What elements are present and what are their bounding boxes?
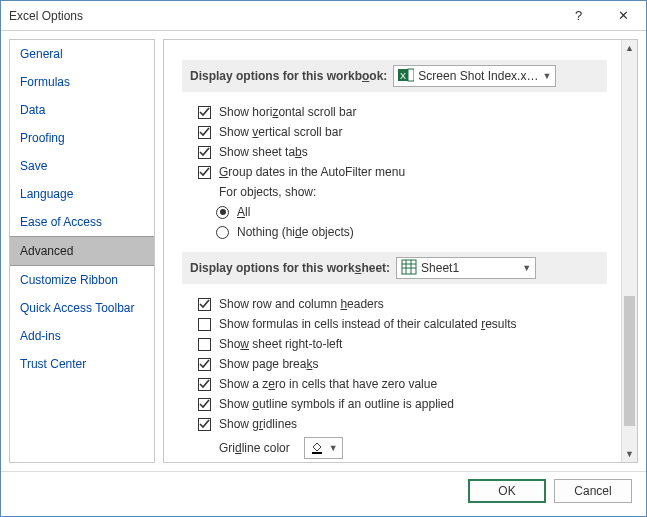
worksheet-display-heading: Display options for this worksheet: Shee… <box>182 252 607 284</box>
workbook-selector[interactable]: X Screen Shot Index.x… ▼ <box>393 65 556 87</box>
excel-file-icon: X <box>398 67 414 86</box>
checkbox-icon <box>198 418 211 431</box>
category-sidebar: General Formulas Data Proofing Save Lang… <box>9 39 155 463</box>
radio-icon <box>216 226 229 239</box>
sidebar-item-add-ins[interactable]: Add-ins <box>10 322 154 350</box>
gridline-color-picker[interactable]: ▼ <box>304 437 343 459</box>
checkbox-group-dates[interactable]: Group dates in the AutoFilter menu <box>198 162 607 182</box>
ok-button[interactable]: OK <box>468 479 546 503</box>
checkbox-vertical-scroll[interactable]: Show vertical scroll bar <box>198 122 607 142</box>
sidebar-item-language[interactable]: Language <box>10 180 154 208</box>
checkbox-icon <box>198 126 211 139</box>
checkbox-icon <box>198 166 211 179</box>
workbook-options: Show horizontal scroll bar Show vertical… <box>198 102 607 242</box>
paint-bucket-icon <box>309 439 325 458</box>
checkbox-icon <box>198 378 211 391</box>
sidebar-item-formulas[interactable]: Formulas <box>10 68 154 96</box>
svg-rect-3 <box>402 260 416 274</box>
checkbox-right-to-left[interactable]: Show sheet right-to-left <box>198 334 607 354</box>
window-title: Excel Options <box>9 9 556 23</box>
sidebar-item-save[interactable]: Save <box>10 152 154 180</box>
scroll-up-arrow[interactable]: ▲ <box>622 40 637 56</box>
chevron-down-icon: ▼ <box>522 263 531 273</box>
radio-icon <box>216 206 229 219</box>
svg-rect-8 <box>312 452 322 454</box>
dialog-footer: OK Cancel <box>1 471 646 509</box>
checkbox-horizontal-scroll[interactable]: Show horizontal scroll bar <box>198 102 607 122</box>
checkbox-outline-symbols[interactable]: Show outline symbols if an outline is ap… <box>198 394 607 414</box>
checkbox-icon <box>198 318 211 331</box>
sheet-icon <box>401 259 417 278</box>
help-button[interactable]: ? <box>556 1 601 31</box>
checkbox-icon <box>198 106 211 119</box>
workbook-display-heading: Display options for this workbook: X Scr… <box>182 60 607 92</box>
scroll-thumb[interactable] <box>624 296 635 426</box>
worksheet-selector[interactable]: Sheet1 ▼ <box>396 257 536 279</box>
title-bar: Excel Options ? ✕ <box>1 1 646 31</box>
workbook-display-label: Display options for this workbook: <box>190 69 387 83</box>
workbook-selector-text: Screen Shot Index.x… <box>418 69 538 83</box>
sidebar-item-trust-center[interactable]: Trust Center <box>10 350 154 378</box>
gridline-color-label: Gridline color <box>219 441 290 455</box>
worksheet-options: Show row and column headers Show formula… <box>198 294 607 462</box>
sidebar-item-proofing[interactable]: Proofing <box>10 124 154 152</box>
sidebar-item-ease-of-access[interactable]: Ease of Access <box>10 208 154 236</box>
dialog-content: General Formulas Data Proofing Save Lang… <box>1 31 646 471</box>
close-button[interactable]: ✕ <box>601 1 646 31</box>
checkbox-show-formulas[interactable]: Show formulas in cells instead of their … <box>198 314 607 334</box>
checkbox-page-breaks[interactable]: Show page breaks <box>198 354 607 374</box>
checkbox-icon <box>198 358 211 371</box>
checkbox-icon <box>198 398 211 411</box>
checkbox-sheet-tabs[interactable]: Show sheet tabs <box>198 142 607 162</box>
vertical-scrollbar[interactable]: ▲ ▼ <box>621 40 637 462</box>
chevron-down-icon: ▼ <box>542 71 551 81</box>
sidebar-item-data[interactable]: Data <box>10 96 154 124</box>
checkbox-icon <box>198 338 211 351</box>
radio-objects-nothing[interactable]: Nothing (hide objects) <box>216 222 607 242</box>
sidebar-item-customize-ribbon[interactable]: Customize Ribbon <box>10 266 154 294</box>
scroll-down-arrow[interactable]: ▼ <box>622 446 637 462</box>
checkbox-icon <box>198 298 211 311</box>
objects-label: For objects, show: <box>219 185 316 199</box>
sidebar-item-advanced[interactable]: Advanced <box>10 236 154 266</box>
radio-objects-all[interactable]: All <box>216 202 607 222</box>
checkbox-row-col-headers[interactable]: Show row and column headers <box>198 294 607 314</box>
worksheet-display-label: Display options for this worksheet: <box>190 261 390 275</box>
sidebar-item-quick-access-toolbar[interactable]: Quick Access Toolbar <box>10 294 154 322</box>
cancel-button[interactable]: Cancel <box>554 479 632 503</box>
scroll-track[interactable] <box>622 56 637 446</box>
main-panel: Display options for this workbook: X Scr… <box>163 39 638 463</box>
checkbox-zero-values[interactable]: Show a zero in cells that have zero valu… <box>198 374 607 394</box>
checkbox-gridlines[interactable]: Show gridlines <box>198 414 607 434</box>
svg-text:X: X <box>400 71 406 81</box>
chevron-down-icon: ▼ <box>329 443 338 453</box>
sidebar-item-general[interactable]: General <box>10 40 154 68</box>
svg-rect-1 <box>408 69 414 81</box>
objects-label-row: For objects, show: <box>198 182 607 202</box>
worksheet-selector-text: Sheet1 <box>421 261 518 275</box>
gridline-color-row: Gridline color ▼ <box>198 434 607 462</box>
checkbox-icon <box>198 146 211 159</box>
